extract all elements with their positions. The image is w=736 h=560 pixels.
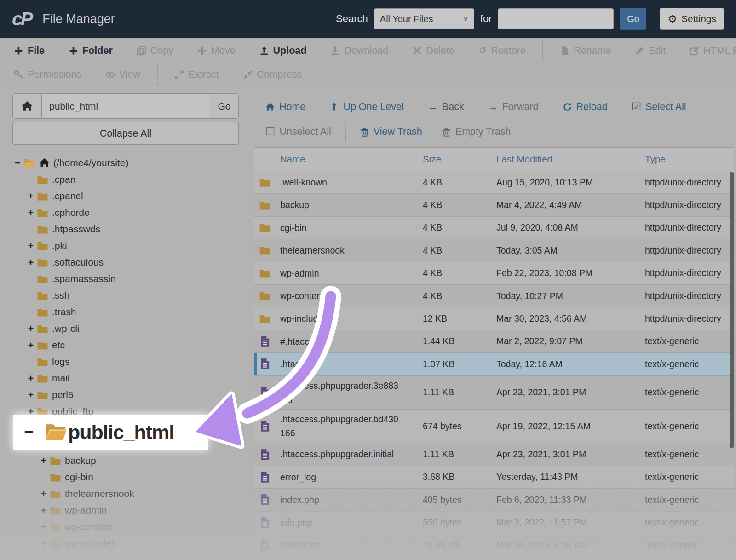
nav-item-up-one-level[interactable]: Up One Level bbox=[329, 101, 403, 113]
search-scope-select[interactable]: All Your Files ∨ bbox=[374, 8, 474, 29]
tree-item--cpan[interactable]: .cpan bbox=[0, 171, 247, 188]
tree-item-perl5[interactable]: +perl5 bbox=[0, 387, 247, 403]
file-name[interactable]: info.php bbox=[280, 516, 399, 530]
column-header-type[interactable]: Type bbox=[645, 154, 734, 165]
tree-item-logs[interactable]: logs bbox=[0, 353, 247, 370]
tree-item-thelearnersnook[interactable]: +thelearnersnook bbox=[0, 485, 247, 502]
file-name[interactable]: wp-content bbox=[280, 289, 399, 303]
nav-item-home[interactable]: Home bbox=[265, 101, 305, 113]
file-name[interactable]: .htaccess.phpupgrader.initial bbox=[280, 447, 399, 461]
settings-button[interactable]: ⚙ Settings bbox=[660, 8, 724, 30]
expand-toggle[interactable]: + bbox=[25, 323, 37, 334]
tree-item--softaculous[interactable]: +.softaculous bbox=[0, 254, 247, 271]
search-go-button[interactable]: Go bbox=[620, 8, 646, 30]
tree-item--cphorde[interactable]: +.cphorde bbox=[0, 204, 247, 221]
table-row-license-txt[interactable]: license.txt19.45 KBMar 30, 2023, 4:56 AM… bbox=[254, 534, 734, 557]
tree-item-etc[interactable]: +etc bbox=[0, 337, 247, 353]
tree-item-wp-admin[interactable]: +wp-admin bbox=[0, 502, 247, 519]
nav-item-select-all[interactable]: ☑Select All bbox=[632, 101, 686, 113]
expand-toggle[interactable]: + bbox=[38, 455, 50, 466]
file-name[interactable]: .htaccess.phpupgrader.bd430166 bbox=[280, 412, 399, 440]
file-name[interactable]: backup bbox=[280, 198, 399, 212]
expand-toggle[interactable]: + bbox=[38, 521, 50, 532]
column-header-last-modified[interactable]: Last Modified bbox=[496, 154, 645, 165]
toolbar-item-upload[interactable]: Upload bbox=[259, 45, 307, 57]
toolbar-item-extract[interactable]: Extract bbox=[174, 69, 219, 81]
toolbar-item-file[interactable]: File bbox=[14, 45, 45, 57]
file-name[interactable]: wp-admin bbox=[280, 266, 399, 280]
tree-item--cpanel[interactable]: +.cpanel bbox=[0, 188, 247, 204]
file-name[interactable]: .htaccess.phpupgrader.3e8831af bbox=[280, 379, 399, 406]
tree-item--pki[interactable]: +.pki bbox=[0, 237, 247, 254]
table-row--htaccess-phpupgrader-bd430166[interactable]: .htaccess.phpupgrader.bd430166674 bytesA… bbox=[254, 410, 734, 443]
nav-item-reload[interactable]: Reload bbox=[563, 101, 608, 113]
collapse-toggle[interactable]: − bbox=[24, 422, 44, 442]
toolbar-item-view[interactable]: View bbox=[105, 69, 140, 81]
expand-toggle[interactable]: + bbox=[25, 389, 37, 400]
expand-toggle[interactable]: + bbox=[25, 191, 37, 202]
table-row--htaccess[interactable]: #.htaccess1.44 KBMar 2, 2022, 9:07 PMtex… bbox=[254, 330, 734, 353]
table-row-wp-content[interactable]: wp-content4 KBToday, 10:27 PMhttpd/unix-… bbox=[254, 285, 734, 307]
table-row-wp-includes[interactable]: wp-includes12 KBMar 30, 2023, 4:56 AMhtt… bbox=[254, 307, 734, 330]
file-name[interactable]: error_log bbox=[280, 470, 399, 484]
tree-item-public-html-highlighted[interactable]: −public_html bbox=[13, 415, 208, 450]
table-row-wp-admin[interactable]: wp-admin4 KBFeb 22, 2023, 10:08 PMhttpd/… bbox=[254, 262, 734, 285]
file-name[interactable]: license.txt bbox=[280, 538, 399, 552]
column-header-size[interactable]: Size bbox=[423, 154, 496, 165]
toolbar-item-html-editor[interactable]: HTML Editor bbox=[690, 45, 736, 57]
expand-toggle[interactable]: + bbox=[25, 373, 37, 384]
file-name[interactable]: thelearnersnook bbox=[280, 243, 399, 257]
table-row-backup[interactable]: backup4 KBMar 4, 2022, 4:49 AMhttpd/unix… bbox=[254, 194, 734, 216]
nav-item-unselect-all[interactable]: ☐Unselect All bbox=[265, 126, 331, 138]
table-row--htaccess-phpupgrader-initial[interactable]: .htaccess.phpupgrader.initial1.11 KBApr … bbox=[254, 443, 734, 466]
nav-item-empty-trash[interactable]: Empty Trash bbox=[442, 126, 511, 138]
expand-toggle[interactable]: + bbox=[38, 538, 50, 549]
tree-item-backup[interactable]: +backup bbox=[0, 452, 247, 469]
toolbar-item-rename[interactable]: Rename bbox=[560, 45, 611, 57]
tree-item-cgi-bin[interactable]: cgi-bin bbox=[0, 469, 247, 485]
file-name[interactable]: .htaccess bbox=[280, 357, 399, 371]
expand-toggle[interactable]: + bbox=[25, 207, 37, 218]
scrollbar[interactable] bbox=[730, 172, 734, 448]
tree-item--spamassassin[interactable]: .spamassassin bbox=[0, 271, 247, 287]
tree-item-wp-includes[interactable]: +wp-includes bbox=[0, 535, 247, 552]
tree-item--htpasswds[interactable]: .htpasswds bbox=[0, 221, 247, 237]
table-row--well-known[interactable]: .well-known4 KBAug 15, 2020, 10:13 PMhtt… bbox=[254, 171, 734, 194]
tree-item--ssh[interactable]: .ssh bbox=[0, 287, 247, 304]
file-name[interactable]: wp-includes bbox=[280, 312, 399, 325]
file-name[interactable]: #.htaccess bbox=[280, 335, 399, 348]
table-row--htaccess-phpupgrader-3e8831af[interactable]: .htaccess.phpupgrader.3e8831af1.11 KBApr… bbox=[254, 376, 734, 410]
toolbar-item-move[interactable]: Move bbox=[197, 45, 236, 57]
expand-toggle[interactable]: + bbox=[38, 505, 50, 516]
expand-toggle[interactable]: + bbox=[25, 240, 37, 251]
nav-item-back[interactable]: ←Back bbox=[428, 101, 464, 113]
toolbar-item-download[interactable]: Download bbox=[330, 45, 388, 57]
toolbar-item-permissions[interactable]: Permissions bbox=[14, 69, 81, 81]
toolbar-item-folder[interactable]: Folder bbox=[69, 45, 113, 57]
path-go-button[interactable]: Go bbox=[210, 93, 239, 119]
toolbar-item-restore[interactable]: ↺Restore bbox=[478, 45, 526, 57]
toolbar-item-copy[interactable]: Copy bbox=[137, 45, 173, 57]
tree-item-mail[interactable]: +mail bbox=[0, 370, 247, 387]
expand-toggle[interactable]: + bbox=[25, 340, 37, 351]
collapse-all-button[interactable]: Collapse All bbox=[12, 122, 239, 145]
expand-toggle[interactable]: + bbox=[25, 257, 37, 268]
tree-item--trash[interactable]: .trash bbox=[0, 304, 247, 320]
toolbar-item-compress[interactable]: Compress bbox=[243, 69, 302, 81]
table-row-error-log[interactable]: error_log3.68 KBYesterday, 11:43 PMtext/… bbox=[254, 466, 734, 489]
nav-item-forward[interactable]: →Forward bbox=[488, 101, 539, 113]
expand-toggle[interactable]: + bbox=[38, 488, 50, 499]
home-button[interactable] bbox=[12, 93, 42, 119]
tree-item--home4-yoursite-[interactable]: −(/home4/yoursite) bbox=[0, 155, 247, 171]
path-input[interactable] bbox=[42, 93, 210, 119]
tree-item--wp-cli[interactable]: +.wp-cli bbox=[0, 320, 247, 337]
expand-toggle[interactable]: − bbox=[12, 157, 23, 168]
table-row-info-php[interactable]: info.php550 bytesMar 3, 2022, 11:57 PMte… bbox=[254, 512, 734, 534]
nav-item-view-trash[interactable]: View Trash bbox=[360, 126, 422, 138]
file-name[interactable]: .well-known bbox=[280, 175, 399, 189]
table-row-thelearnersnook[interactable]: thelearnersnook4 KBToday, 3:05 AMhttpd/u… bbox=[254, 239, 734, 262]
file-name[interactable]: index.php bbox=[280, 493, 399, 507]
table-row-index-php[interactable]: index.php405 bytesFeb 6, 2020, 11:33 PMt… bbox=[254, 489, 734, 511]
column-header-name[interactable]: Name bbox=[280, 154, 423, 165]
table-row-cgi-bin[interactable]: cgi-bin4 KBJul 9, 2020, 4:08 AMhttpd/uni… bbox=[254, 217, 734, 239]
